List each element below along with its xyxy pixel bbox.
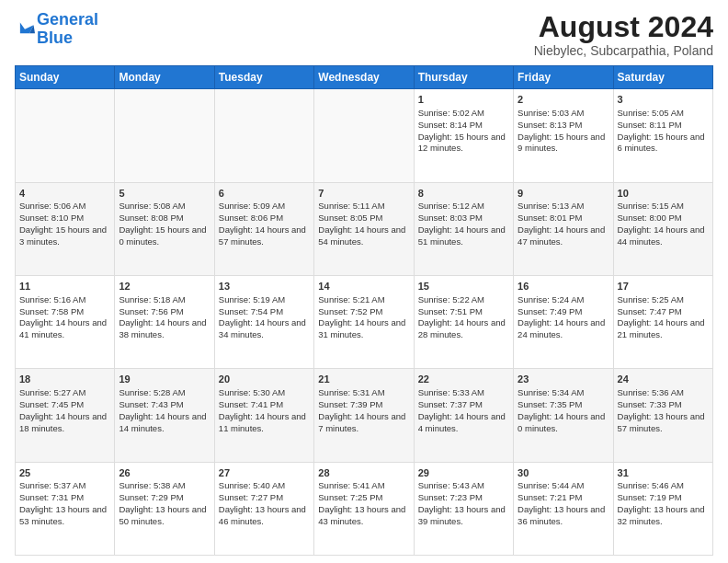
month-title: August 2024 — [534, 11, 713, 43]
day-info: Daylight: 14 hours and 34 minutes. — [219, 317, 310, 341]
calendar-cell: 24Sunrise: 5:36 AMSunset: 7:33 PMDayligh… — [613, 369, 712, 462]
day-info: Sunrise: 5:12 AM — [418, 201, 509, 213]
logo-icon — [15, 18, 35, 39]
page: General Blue August 2024 Niebylec, Subca… — [0, 0, 728, 563]
day-number: 27 — [219, 466, 310, 480]
calendar-cell: 14Sunrise: 5:21 AMSunset: 7:52 PMDayligh… — [314, 275, 414, 368]
day-info: Sunrise: 5:40 AM — [219, 480, 310, 492]
calendar-cell: 11Sunrise: 5:16 AMSunset: 7:58 PMDayligh… — [16, 275, 115, 368]
day-info: Daylight: 15 hours and 9 minutes. — [518, 132, 609, 155]
day-info: Sunrise: 5:05 AM — [618, 108, 709, 120]
day-info: Sunset: 8:05 PM — [318, 213, 409, 224]
calendar-cell: 5Sunrise: 5:08 AMSunset: 8:08 PMDaylight… — [115, 182, 214, 275]
day-info: Sunrise: 5:36 AM — [618, 387, 709, 399]
day-info: Sunset: 7:21 PM — [518, 492, 609, 504]
day-info: Sunrise: 5:18 AM — [119, 294, 210, 306]
day-info: Daylight: 13 hours and 39 minutes. — [418, 504, 509, 528]
calendar-cell: 2Sunrise: 5:03 AMSunset: 8:13 PMDaylight… — [514, 89, 613, 182]
day-info: Daylight: 14 hours and 54 minutes. — [318, 224, 409, 248]
day-info: Daylight: 14 hours and 31 minutes. — [318, 317, 409, 341]
calendar-cell: 25Sunrise: 5:37 AMSunset: 7:31 PMDayligh… — [16, 462, 115, 555]
day-info: Sunrise: 5:02 AM — [418, 108, 509, 120]
day-info: Daylight: 13 hours and 46 minutes. — [219, 504, 310, 528]
day-number: 10 — [618, 187, 709, 201]
day-info: Sunset: 7:45 PM — [19, 399, 110, 411]
day-info: Sunset: 7:31 PM — [19, 492, 110, 504]
calendar-cell: 27Sunrise: 5:40 AMSunset: 7:27 PMDayligh… — [214, 462, 313, 555]
day-info: Sunset: 7:54 PM — [219, 306, 310, 318]
day-info: Sunset: 7:37 PM — [418, 399, 509, 411]
calendar-cell — [314, 89, 414, 182]
col-header-friday: Friday — [514, 66, 613, 89]
calendar-cell: 31Sunrise: 5:46 AMSunset: 7:19 PMDayligh… — [613, 462, 712, 555]
logo: General Blue — [15, 11, 98, 48]
day-info: Sunrise: 5:09 AM — [219, 201, 310, 213]
day-info: Sunrise: 5:25 AM — [618, 294, 709, 306]
day-number: 25 — [19, 466, 110, 480]
day-info: Sunset: 7:52 PM — [318, 306, 409, 318]
day-info: Daylight: 15 hours and 12 minutes. — [418, 132, 509, 155]
day-info: Daylight: 14 hours and 44 minutes. — [618, 224, 709, 248]
day-info: Daylight: 14 hours and 57 minutes. — [219, 224, 310, 248]
location: Niebylec, Subcarpathia, Poland — [534, 43, 713, 58]
day-number: 6 — [219, 187, 310, 201]
day-info: Sunset: 7:35 PM — [518, 399, 609, 411]
day-info: Daylight: 14 hours and 14 minutes. — [119, 411, 210, 435]
day-info: Sunset: 8:01 PM — [518, 213, 609, 224]
day-info: Sunrise: 5:21 AM — [318, 294, 409, 306]
day-number: 2 — [518, 93, 609, 107]
day-number: 20 — [219, 373, 310, 386]
day-number: 9 — [518, 187, 609, 201]
calendar-cell: 18Sunrise: 5:27 AMSunset: 7:45 PMDayligh… — [16, 369, 115, 462]
day-info: Sunset: 7:47 PM — [618, 306, 709, 318]
day-info: Sunrise: 5:43 AM — [418, 480, 509, 492]
calendar-cell: 15Sunrise: 5:22 AMSunset: 7:51 PMDayligh… — [414, 275, 513, 368]
day-number: 19 — [119, 373, 210, 386]
day-info: Daylight: 14 hours and 41 minutes. — [19, 317, 110, 341]
calendar-cell: 8Sunrise: 5:12 AMSunset: 8:03 PMDaylight… — [414, 182, 513, 275]
day-info: Sunset: 8:00 PM — [618, 213, 709, 224]
calendar-cell: 21Sunrise: 5:31 AMSunset: 7:39 PMDayligh… — [314, 369, 414, 462]
calendar-cell — [214, 89, 313, 182]
day-info: Sunset: 7:41 PM — [219, 399, 310, 411]
calendar-cell: 10Sunrise: 5:15 AMSunset: 8:00 PMDayligh… — [613, 182, 712, 275]
day-info: Sunrise: 5:03 AM — [518, 108, 609, 120]
day-number: 1 — [418, 93, 509, 107]
day-info: Daylight: 14 hours and 47 minutes. — [518, 224, 609, 248]
day-info: Sunset: 7:43 PM — [119, 399, 210, 411]
day-number: 4 — [19, 187, 110, 201]
col-header-thursday: Thursday — [414, 66, 513, 89]
day-info: Daylight: 13 hours and 50 minutes. — [119, 504, 210, 528]
day-number: 7 — [318, 187, 409, 201]
day-info: Sunrise: 5:06 AM — [19, 201, 110, 213]
day-number: 5 — [119, 187, 210, 201]
day-info: Sunset: 8:14 PM — [418, 120, 509, 132]
day-info: Sunset: 8:11 PM — [618, 120, 709, 132]
day-info: Sunset: 7:29 PM — [119, 492, 210, 504]
day-info: Sunset: 8:08 PM — [119, 213, 210, 224]
day-info: Sunrise: 5:24 AM — [518, 294, 609, 306]
title-block: August 2024 Niebylec, Subcarpathia, Pola… — [534, 11, 713, 58]
day-number: 23 — [518, 373, 609, 386]
day-info: Sunrise: 5:46 AM — [618, 480, 709, 492]
day-number: 15 — [418, 280, 509, 293]
day-info: Daylight: 14 hours and 4 minutes. — [418, 411, 509, 435]
day-info: Sunrise: 5:28 AM — [119, 387, 210, 399]
calendar-cell: 19Sunrise: 5:28 AMSunset: 7:43 PMDayligh… — [115, 369, 214, 462]
calendar-cell: 22Sunrise: 5:33 AMSunset: 7:37 PMDayligh… — [414, 369, 513, 462]
calendar-cell — [115, 89, 214, 182]
calendar-cell: 6Sunrise: 5:09 AMSunset: 8:06 PMDaylight… — [214, 182, 313, 275]
day-info: Daylight: 13 hours and 57 minutes. — [618, 411, 709, 435]
day-info: Sunrise: 5:08 AM — [119, 201, 210, 213]
day-info: Sunrise: 5:31 AM — [318, 387, 409, 399]
calendar-cell: 4Sunrise: 5:06 AMSunset: 8:10 PMDaylight… — [16, 182, 115, 275]
day-info: Sunset: 7:58 PM — [19, 306, 110, 318]
calendar-cell: 9Sunrise: 5:13 AMSunset: 8:01 PMDaylight… — [514, 182, 613, 275]
day-number: 13 — [219, 280, 310, 293]
calendar-cell: 23Sunrise: 5:34 AMSunset: 7:35 PMDayligh… — [514, 369, 613, 462]
calendar-cell: 16Sunrise: 5:24 AMSunset: 7:49 PMDayligh… — [514, 275, 613, 368]
day-info: Sunrise: 5:15 AM — [618, 201, 709, 213]
day-number: 30 — [518, 466, 609, 480]
calendar-cell — [16, 89, 115, 182]
day-number: 29 — [418, 466, 509, 480]
